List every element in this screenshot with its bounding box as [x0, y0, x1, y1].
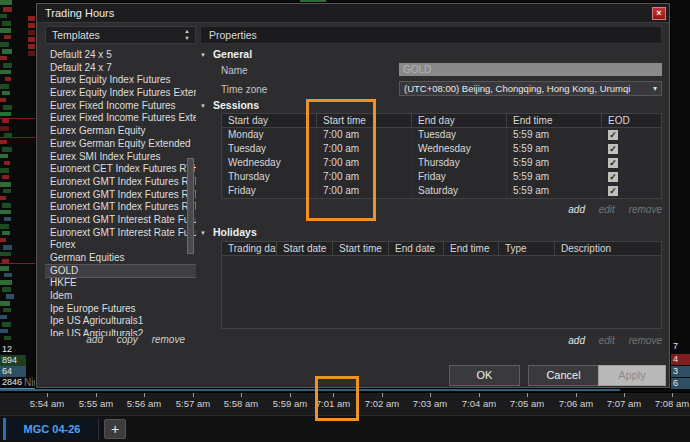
axis-tick-label: 5:55 am	[72, 398, 120, 409]
sessions-edit-link[interactable]: edit	[599, 204, 615, 215]
template-item[interactable]: HKFE	[45, 277, 196, 290]
templates-header-label: Templates	[52, 29, 100, 41]
template-item[interactable]: Eurex Equity Index Futures Extend...	[45, 87, 196, 100]
eod-checkbox[interactable]: ✓	[608, 130, 618, 140]
chart-blue-line	[0, 388, 620, 391]
eod-checkbox[interactable]: ✓	[608, 186, 618, 196]
template-item[interactable]: Default 24 x 7	[45, 62, 196, 75]
close-icon[interactable]: ×	[652, 7, 666, 20]
sessions-table: Start day Start time End day End time EO…	[221, 113, 662, 199]
session-row[interactable]: Wednesday 7:00 am Thursday 5:59 am ✓	[222, 156, 661, 170]
templates-remove-link[interactable]: remove	[152, 334, 185, 345]
template-item[interactable]: Eurex Fixed Income Futures	[45, 100, 196, 113]
template-item-selected[interactable]: GOLD	[45, 265, 196, 278]
axis-tick-label: 7:07 am	[600, 398, 648, 409]
col-start-time[interactable]: Start time	[332, 242, 388, 255]
axis-tick-label: 7:05 am	[503, 398, 551, 409]
col-type[interactable]: Type	[498, 242, 554, 255]
axis-tick-label: 5:59 am	[266, 398, 314, 409]
sort-spinner-icon[interactable]: ▲▼	[182, 28, 192, 42]
cancel-button[interactable]: Cancel	[528, 365, 599, 386]
price-label: 12	[0, 344, 26, 355]
price-label: 894	[0, 355, 26, 366]
name-input[interactable]	[399, 63, 662, 76]
template-item[interactable]: Default 24 x 5	[45, 49, 196, 62]
section-sessions[interactable]: ▼Sessions	[200, 99, 259, 111]
col-end-time[interactable]: End time	[506, 114, 601, 127]
price-label: 7	[671, 341, 690, 352]
tab-instrument[interactable]: MGC 04-26	[3, 418, 99, 440]
section-holidays[interactable]: ▼Holidays	[200, 226, 257, 238]
templates-scrollbar-thumb[interactable]	[187, 158, 194, 254]
template-item[interactable]: Euronext GMT Index Futures RTH1	[45, 176, 196, 189]
template-item[interactable]: Ipe US Agriculturals1	[45, 315, 196, 328]
templates-list-header[interactable]: Templates ▲▼	[45, 26, 196, 44]
annotation-box-7-01-am	[315, 376, 359, 421]
template-item[interactable]: Eurex German Equity Extended	[45, 138, 196, 151]
holidays-table: Trading date Start date Start time End d…	[221, 241, 662, 329]
axis-tick-label: 5:57 am	[169, 398, 217, 409]
session-row[interactable]: Friday 7:00 am Saturday 5:59 am ✓	[222, 184, 661, 198]
collapse-arrow-icon: ▼	[200, 103, 206, 109]
template-item[interactable]: Euronext CET Index Futures RTH	[45, 163, 196, 176]
holidays-empty-body	[221, 256, 662, 329]
templates-add-link[interactable]: add	[86, 334, 103, 345]
col-end-date[interactable]: End date	[388, 242, 443, 255]
template-item[interactable]: Eurex Fixed Income Futures Exten...	[45, 112, 196, 125]
session-row[interactable]: Tuesday 7:00 am Wednesday 5:59 am ✓	[222, 142, 661, 156]
properties-header: Properties	[200, 26, 662, 44]
session-row[interactable]: Thursday 7:00 am Friday 5:59 am ✓	[222, 170, 661, 184]
template-item[interactable]: Forex	[45, 239, 196, 252]
axis-tick-label: 5:58 am	[217, 398, 265, 409]
templates-list: Default 24 x 5 Default 24 x 7 Eurex Equi…	[45, 49, 196, 336]
collapse-arrow-icon: ▼	[200, 52, 206, 58]
col-start-date[interactable]: Start date	[276, 242, 332, 255]
axis-tick-label: 7:08 am	[648, 398, 690, 409]
holidays-edit-link[interactable]: edit	[599, 335, 615, 346]
holidays-table-header[interactable]: Trading date Start date Start time End d…	[221, 241, 662, 256]
price-label: 6	[671, 378, 690, 389]
template-item[interactable]: Euronext GMT Interest Rate Futur...	[45, 227, 196, 240]
col-trading-date[interactable]: Trading date	[222, 242, 276, 255]
timezone-label: Time zone	[221, 84, 267, 95]
templates-copy-link[interactable]: copy	[117, 334, 138, 345]
col-end-time[interactable]: End time	[443, 242, 498, 255]
axis-tick-label: 7:03 am	[406, 398, 454, 409]
ok-button[interactable]: OK	[449, 365, 520, 386]
template-item[interactable]: German Equities	[45, 252, 196, 265]
template-item[interactable]: Euronext GMT Interest Rate Futur...	[45, 214, 196, 227]
eod-checkbox[interactable]: ✓	[608, 158, 618, 168]
sessions-table-header[interactable]: Start day Start time End day End time EO…	[221, 113, 662, 128]
dialog-title: Trading Hours	[45, 4, 114, 23]
template-item[interactable]: Ipe Europe Futures	[45, 303, 196, 316]
collapse-arrow-icon: ▼	[200, 230, 206, 236]
template-item[interactable]: Eurex German Equity	[45, 125, 196, 138]
col-description[interactable]: Description	[554, 242, 661, 255]
eod-checkbox[interactable]: ✓	[608, 172, 618, 182]
dialog-titlebar[interactable]: Trading Hours ×	[37, 4, 669, 23]
add-tab-button[interactable]: +	[104, 419, 126, 439]
apply-button-disabled[interactable]: Apply	[598, 365, 666, 386]
price-label: 64	[0, 366, 26, 377]
app-screenshot: 12 894 64 2846 NinjaTr 7 4 3 6 5:54 am 5…	[0, 0, 690, 442]
sessions-remove-link[interactable]: remove	[629, 204, 662, 215]
price-label: 4	[671, 354, 690, 365]
holidays-add-link[interactable]: add	[568, 335, 585, 346]
col-eod[interactable]: EOD	[601, 114, 661, 127]
col-start-day[interactable]: Start day	[222, 114, 316, 127]
name-label: Name	[221, 65, 248, 76]
template-item[interactable]: Idem	[45, 290, 196, 303]
col-end-day[interactable]: End day	[411, 114, 506, 127]
sessions-add-link[interactable]: add	[568, 204, 585, 215]
session-row[interactable]: Monday 7:00 am Tuesday 5:59 am ✓	[222, 128, 661, 142]
holidays-remove-link[interactable]: remove	[629, 335, 662, 346]
axis-tick-label: 5:56 am	[120, 398, 168, 409]
template-item[interactable]: Eurex Equity Index Futures	[45, 74, 196, 87]
template-item[interactable]: Eurex SMI Index Futures	[45, 151, 196, 164]
section-general[interactable]: ▼General	[200, 48, 252, 60]
timezone-select[interactable]: (UTC+08:00) Beijing, Chongqing, Hong Kon…	[399, 81, 662, 96]
annotation-box-start-time-column	[306, 99, 376, 221]
template-item[interactable]: Euronext GMT Index Futures RTH2	[45, 189, 196, 202]
template-item[interactable]: Euronext GMT Index Futures RTH3	[45, 201, 196, 214]
eod-checkbox[interactable]: ✓	[608, 144, 618, 154]
